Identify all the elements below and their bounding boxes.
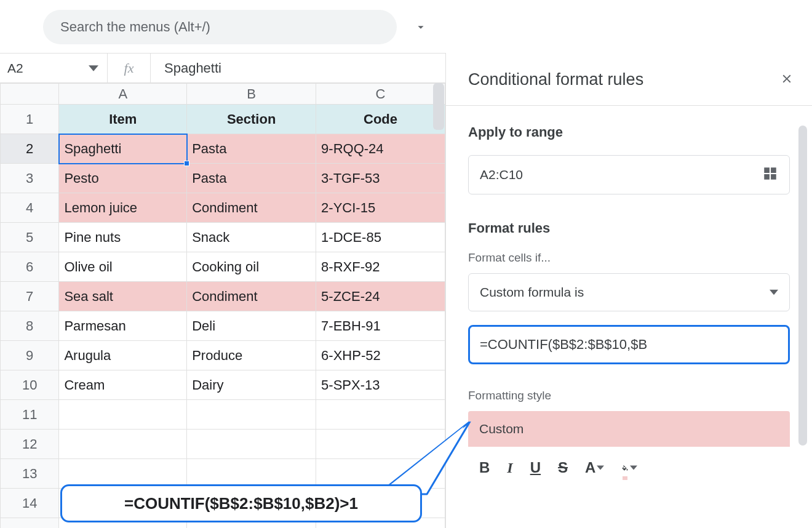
row-header[interactable]: 13 — [1, 459, 59, 489]
fill-color-icon — [621, 465, 629, 473]
panel-scrollbar[interactable] — [798, 126, 807, 446]
cell[interactable] — [59, 400, 187, 430]
callout-text: =COUNTIF($B$2:$B$10,$B2)>1 — [124, 494, 358, 513]
select-all-corner[interactable] — [1, 84, 59, 105]
cell[interactable]: Sea salt — [59, 282, 187, 311]
cell[interactable]: 2-YCI-15 — [316, 193, 445, 223]
close-icon — [780, 72, 794, 86]
condition-value: Custom formula is — [480, 285, 584, 300]
cell[interactable]: Condiment — [187, 282, 316, 311]
strikethrough-button[interactable]: S — [558, 459, 568, 476]
cell[interactable]: Olive oil — [59, 252, 187, 282]
row-header[interactable]: 7 — [1, 282, 59, 311]
style-toolbar: B I U S A — [468, 450, 790, 476]
cell[interactable]: Cream — [59, 370, 187, 400]
menu-search-placeholder: Search the menus (Alt+/) — [60, 19, 210, 35]
vertical-scrollbar[interactable] — [433, 83, 444, 130]
format-rules-label: Format rules — [468, 220, 790, 236]
cell[interactable]: Spaghetti — [59, 134, 187, 164]
cell[interactable]: 7-EBH-91 — [316, 311, 445, 341]
cell[interactable]: 5-ZCE-24 — [316, 282, 445, 311]
italic-button[interactable]: I — [507, 460, 512, 476]
format-cells-if-label: Format cells if... — [468, 251, 790, 265]
row-header[interactable]: 8 — [1, 311, 59, 341]
table-header-cell[interactable]: Item — [59, 105, 187, 134]
chevron-down-icon — [630, 464, 637, 471]
cell[interactable]: Pasta — [187, 164, 316, 193]
fx-label: fx — [108, 54, 151, 82]
row-header[interactable]: 3 — [1, 164, 59, 193]
cell[interactable]: Lemon juice — [59, 193, 187, 223]
cell[interactable]: 3-TGF-53 — [316, 164, 445, 193]
cell[interactable]: Condiment — [187, 193, 316, 223]
cell[interactable]: 5-SPX-13 — [316, 370, 445, 400]
text-color-label: A — [585, 459, 595, 476]
fill-color-swatch — [623, 476, 627, 480]
row-header[interactable]: 15 — [1, 518, 59, 529]
cell[interactable]: Dairy — [187, 370, 316, 400]
cell[interactable] — [59, 430, 187, 459]
row-header[interactable]: 2 — [1, 134, 59, 164]
apply-range-value: A2:C10 — [480, 167, 523, 182]
apply-range-input[interactable]: A2:C10 — [468, 155, 790, 194]
menu-search-dropdown[interactable] — [407, 13, 435, 41]
apply-range-label: Apply to range — [468, 124, 790, 140]
row-header[interactable]: 12 — [1, 430, 59, 459]
underline-button[interactable]: U — [530, 459, 541, 476]
chevron-down-icon — [414, 20, 428, 34]
panel-title: Conditional format rules — [468, 70, 643, 89]
formula-bar: A2 fx Spaghetti — [0, 54, 445, 83]
select-range-button[interactable] — [762, 166, 778, 185]
row-header[interactable]: 1 — [1, 105, 59, 134]
col-header-B[interactable]: B — [187, 84, 316, 105]
cell[interactable] — [187, 400, 316, 430]
row-header[interactable]: 5 — [1, 223, 59, 252]
cell[interactable]: 8-RXF-92 — [316, 252, 445, 282]
col-header-A[interactable]: A — [59, 84, 187, 105]
cell[interactable]: 1-DCE-85 — [316, 223, 445, 252]
custom-formula-value: =COUNTIF($B$2:$B$10,$B — [480, 337, 647, 353]
row-header[interactable]: 14 — [1, 489, 59, 518]
name-box-value: A2 — [7, 61, 23, 76]
cell[interactable] — [187, 430, 316, 459]
close-panel-button[interactable] — [780, 72, 794, 88]
row-header[interactable]: 11 — [1, 400, 59, 430]
cell[interactable]: Parmesan — [59, 311, 187, 341]
cell[interactable]: 9-RQQ-24 — [316, 134, 445, 164]
cell[interactable]: Pasta — [187, 134, 316, 164]
table-header-cell[interactable]: Code — [316, 105, 445, 134]
row-header[interactable]: 4 — [1, 193, 59, 223]
menu-search[interactable]: Search the menus (Alt+/) — [43, 10, 397, 44]
style-preview-text: Custom — [479, 422, 523, 436]
text-color-button[interactable]: A — [585, 459, 604, 476]
custom-formula-input[interactable]: =COUNTIF($B$2:$B$10,$B — [468, 325, 790, 364]
cell[interactable]: Cooking oil — [187, 252, 316, 282]
chevron-down-icon — [89, 63, 98, 73]
col-header-C[interactable]: C — [316, 84, 445, 105]
cell[interactable]: Arugula — [59, 341, 187, 370]
cell[interactable]: 6-XHP-52 — [316, 341, 445, 370]
cell[interactable]: Produce — [187, 341, 316, 370]
cell[interactable]: Snack — [187, 223, 316, 252]
bold-button[interactable]: B — [479, 459, 490, 476]
fill-color-button[interactable] — [621, 459, 637, 476]
table-header-cell[interactable]: Section — [187, 105, 316, 134]
row-header[interactable]: 6 — [1, 252, 59, 282]
chevron-down-icon — [770, 288, 778, 297]
cell[interactable]: Pine nuts — [59, 223, 187, 252]
formula-input[interactable]: Spaghetti — [151, 60, 445, 76]
formatting-style-label: Formatting style — [468, 389, 790, 402]
formula-callout: =COUNTIF($B$2:$B$10,$B2)>1 — [60, 484, 422, 522]
style-preview[interactable]: Custom — [468, 411, 790, 447]
condition-select[interactable]: Custom formula is — [468, 273, 790, 311]
chevron-down-icon — [597, 464, 604, 471]
conditional-format-panel: Conditional format rules Apply to range … — [445, 53, 812, 528]
row-header[interactable]: 9 — [1, 341, 59, 370]
grid-icon — [762, 166, 778, 182]
row-header[interactable]: 10 — [1, 370, 59, 400]
cell[interactable]: Pesto — [59, 164, 187, 193]
cell[interactable]: Deli — [187, 311, 316, 341]
name-box[interactable]: A2 — [0, 54, 108, 82]
selection-handle[interactable] — [184, 161, 189, 166]
